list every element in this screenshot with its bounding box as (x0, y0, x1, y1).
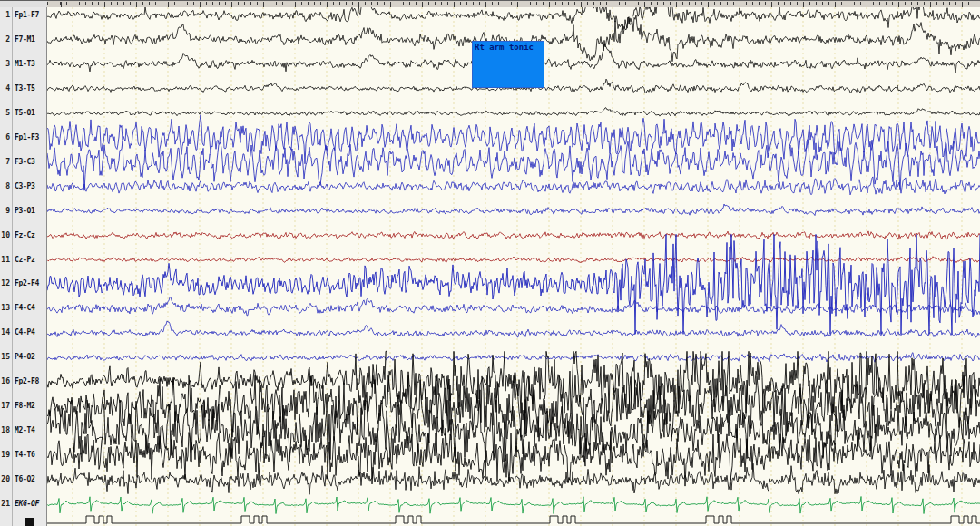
trace-p3-o1 (47, 204, 980, 216)
trace-t4-t6 (47, 424, 980, 486)
channel-label: C3-P3 (15, 182, 35, 191)
channel-number: 19 (0, 451, 10, 460)
ruler-major-ticks (47, 2, 980, 7)
channel-label-row-cz-pz[interactable]: 11Cz-Pz (0, 256, 47, 265)
channel-label: C4-P4 (15, 328, 35, 337)
channel-label: F4-C4 (15, 304, 35, 313)
channel-label: P3-O1 (15, 207, 35, 216)
channel-label: F7-M1 (15, 35, 35, 44)
event-annotation-box[interactable]: Rt arm tonic (472, 41, 544, 88)
channel-label-row-t3-t5[interactable]: 4T3-T5 (0, 84, 47, 93)
trace-f3-c3 (47, 140, 980, 191)
channel-label-row-p4-o2[interactable]: 15P4-O2 (0, 353, 47, 362)
trace-t5-o1 (47, 108, 980, 116)
channel-number: 2 (0, 35, 10, 44)
channel-label: EKG-OF (15, 500, 39, 509)
channel-label-row-t4-t6[interactable]: 19T4-T6 (0, 451, 47, 460)
channel-number: 12 (0, 279, 10, 288)
event-annotation-label: Rt arm tonic (473, 42, 544, 53)
channel-label-gutter: 1Fp1-F72F7-M13M1-T34T3-T55T5-O16Fp1-F37F… (0, 0, 47, 526)
channel-label: Fp2-F8 (15, 377, 39, 386)
channel-label-row-f8-m2[interactable]: 17F8-M2 (0, 402, 47, 411)
channel-label-row-t6-o2[interactable]: 20T6-O2 (0, 475, 47, 484)
channel-label-row-ekg-of[interactable]: 21EKG-OF (0, 500, 47, 509)
trace-fz-cz (47, 231, 980, 239)
channel-label: Fz-Cz (15, 231, 35, 240)
channel-label-row-c3-p3[interactable]: 8C3-P3 (0, 182, 47, 191)
channel-label-row-m1-t3[interactable]: 3M1-T3 (0, 60, 47, 69)
channel-label: F3-C3 (15, 158, 35, 167)
trace-c4-p4 (47, 321, 980, 337)
trace-ekg-of (47, 497, 980, 514)
event-marker-trace (47, 516, 980, 523)
channel-label: Cz-Pz (15, 256, 35, 265)
channel-label-row-fz-cz[interactable]: 10Fz-Cz (0, 231, 47, 240)
channel-number: 1 (0, 11, 10, 20)
channel-number: 7 (0, 158, 10, 167)
trace-t6-o2 (47, 463, 980, 494)
channel-label: Fp2-F4 (15, 279, 39, 288)
channel-number: 14 (0, 328, 10, 337)
trace-m2-t4 (47, 400, 980, 462)
channel-label: T3-T5 (15, 84, 35, 93)
channel-number: 11 (0, 256, 10, 265)
channel-label: Fp1-F7 (15, 11, 39, 20)
timeline-ruler[interactable] (47, 0, 980, 7)
trace-c3-p3 (47, 177, 980, 195)
channel-label: T4-T6 (15, 451, 35, 460)
ruler-corner-spacer (0, 0, 47, 7)
channel-number: 20 (0, 475, 10, 484)
channel-label-row-fp2-f8[interactable]: 16Fp2-F8 (0, 377, 47, 386)
channel-label-row-t5-o1[interactable]: 5T5-O1 (0, 109, 47, 118)
channel-label: M1-T3 (15, 60, 35, 69)
channel-label: F8-M2 (15, 402, 35, 411)
channel-number: 6 (0, 133, 10, 142)
channel-label-row-fp2-f4[interactable]: 12Fp2-F4 (0, 279, 47, 288)
channel-number: 18 (0, 426, 10, 435)
channel-number: 5 (0, 109, 10, 118)
channel-label: Fp1-F3 (15, 133, 39, 142)
channel-number: 15 (0, 353, 10, 362)
scroll-position-indicator (25, 518, 34, 526)
channel-label-row-fp1-f7[interactable]: 1Fp1-F7 (0, 11, 47, 20)
channel-number: 21 (0, 500, 10, 509)
channel-label-row-c4-p4[interactable]: 14C4-P4 (0, 328, 47, 337)
channel-label-row-f3-c3[interactable]: 7F3-C3 (0, 158, 47, 167)
channel-label-row-f7-m1[interactable]: 2F7-M1 (0, 35, 47, 44)
channel-number: 4 (0, 84, 10, 93)
channel-label: P4-O2 (15, 353, 35, 362)
channel-number: 9 (0, 207, 10, 216)
eeg-viewer-window: 1Fp1-F72F7-M13M1-T34T3-T55T5-O16Fp1-F37F… (0, 0, 980, 526)
channel-label-row-m2-t4[interactable]: 18M2-T4 (0, 426, 47, 435)
trace-p4-o2 (47, 353, 980, 363)
channel-label-row-fp1-f3[interactable]: 6Fp1-F3 (0, 133, 47, 142)
trace-fp2-f4 (47, 234, 980, 334)
channel-number: 10 (0, 231, 10, 240)
channel-label: T5-O1 (15, 109, 35, 118)
channel-number: 8 (0, 182, 10, 191)
channel-label: T6-O2 (15, 475, 35, 484)
channel-number: 17 (0, 402, 10, 411)
channel-label-row-f4-c4[interactable]: 13F4-C4 (0, 304, 47, 313)
channel-number: 16 (0, 377, 10, 386)
channel-label-row-p3-o1[interactable]: 9P3-O1 (0, 207, 47, 216)
channel-number: 13 (0, 304, 10, 313)
channel-number: 3 (0, 60, 10, 69)
trace-f4-c4 (47, 297, 980, 316)
channel-label: M2-T4 (15, 426, 35, 435)
